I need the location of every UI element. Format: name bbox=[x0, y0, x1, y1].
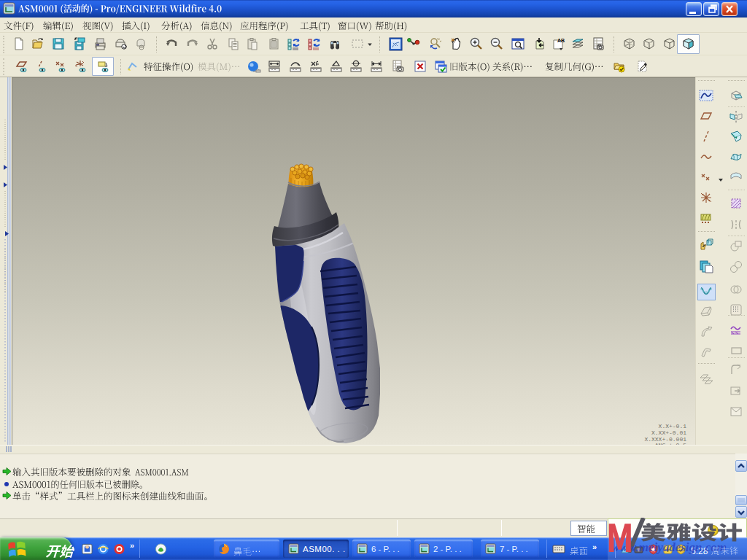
svg-text:AB: AB bbox=[557, 38, 565, 43]
